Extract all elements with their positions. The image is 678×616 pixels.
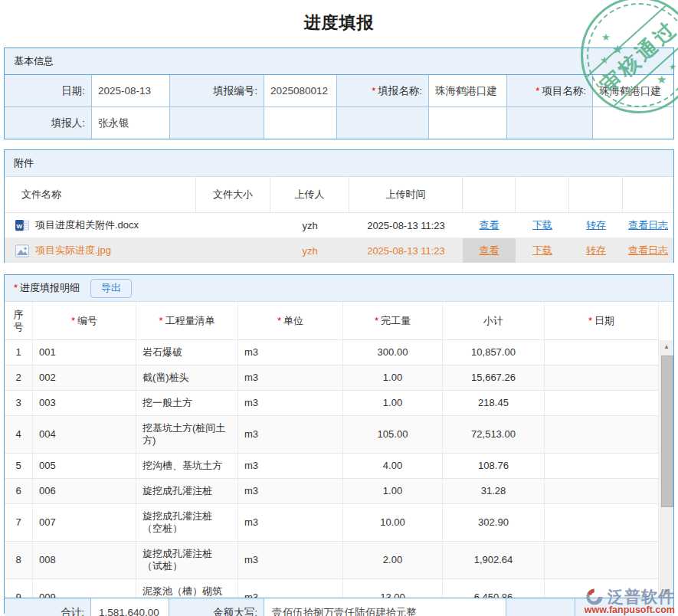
field-value: 珠海鹤港口建	[429, 75, 507, 107]
transfer-link[interactable]: 转存	[586, 218, 606, 232]
basic-info-section: 基本信息 日期:2025-08-13填报编号:2025080012*填报名称:珠…	[4, 48, 674, 139]
column-header-uploader: 上传人	[270, 177, 349, 213]
total-label: 合计:	[5, 598, 91, 616]
action-cell: 查看	[463, 238, 516, 263]
item-cell: 岩石爆破	[136, 340, 238, 365]
detail-row: 1001岩石爆破m3300.0010,857.00	[5, 340, 659, 365]
completed-cell: 4.00	[343, 454, 443, 479]
action-cell: 转存	[569, 213, 623, 238]
attachment-row[interactable]: 项目实际进度.jpgyzh2025-08-13 11:23查看下载转存查看日志	[5, 238, 673, 263]
subtotal-cell: 6,450.86	[443, 579, 545, 598]
seq-cell: 1	[5, 340, 33, 365]
unit-cell: m3	[238, 579, 343, 598]
detail-column-header: *单位	[238, 302, 343, 340]
completed-cell: 10.00	[343, 504, 443, 542]
seq-cell: 5	[5, 454, 33, 479]
basic-info-section-header: 基本信息	[5, 48, 673, 75]
seq-cell: 9	[5, 579, 33, 598]
subtotal-cell: 15,667.26	[443, 365, 545, 391]
date-cell	[545, 579, 659, 598]
code-cell: 002	[33, 365, 136, 391]
column-header-empty	[463, 177, 516, 213]
detail-column-header: *工程量清单	[136, 302, 238, 340]
field-value: 2025080012	[264, 75, 337, 107]
attachments-body: W项目进度相关附件.docxyzh2025-08-13 11:23查看下载转存查…	[5, 213, 673, 263]
attachment-row[interactable]: W项目进度相关附件.docxyzh2025-08-13 11:23查看下载转存查…	[5, 213, 673, 238]
completed-cell: 1.00	[343, 479, 443, 504]
detail-section-header: * 进度填报明细 导出	[5, 275, 673, 302]
required-asterisk: *	[71, 315, 75, 327]
uploader: yzh	[270, 213, 349, 238]
code-cell: 009	[33, 579, 136, 598]
action-cell: 下载	[516, 238, 569, 263]
column-header-empty	[569, 177, 623, 213]
action-cell: 查看日志	[623, 213, 673, 238]
subtotal-cell: 1,902.64	[443, 542, 545, 579]
date-cell	[545, 542, 659, 579]
column-header-file-name: 文件名称	[5, 177, 196, 213]
subtotal-cell: 302.90	[443, 504, 545, 542]
transfer-link[interactable]: 转存	[586, 244, 606, 257]
file-size	[196, 213, 270, 238]
scroll-up-button[interactable]: ▲	[660, 341, 673, 352]
upload-time: 2025-08-13 11:23	[349, 213, 463, 238]
required-asterisk: *	[375, 315, 378, 327]
detail-column-header: *完工量	[343, 302, 443, 340]
vertical-scrollbar[interactable]: ▲ ▼	[660, 340, 673, 598]
subtotal-cell: 108.76	[443, 454, 545, 479]
code-cell: 004	[33, 416, 136, 454]
detail-rows: 1001岩石爆破m3300.0010,857.002002截(凿)桩头m31.0…	[5, 340, 673, 598]
field-label	[337, 107, 429, 139]
upload-time: 2025-08-13 11:23	[349, 238, 463, 263]
seq-cell: 4	[5, 416, 33, 454]
view-link[interactable]: 查看	[480, 218, 499, 232]
date-cell	[545, 479, 659, 504]
completed-cell: 13.00	[343, 579, 443, 598]
footer-empty-cell	[506, 598, 575, 616]
field-label: 填报编号:	[170, 75, 264, 107]
seq-cell: 2	[5, 365, 33, 391]
view-log-link[interactable]: 查看日志	[628, 218, 668, 232]
date-cell	[545, 365, 659, 391]
amount-in-words-label: 金额大写:	[169, 598, 264, 616]
summary-footer: 合计: 1,581,640.00 金额大写: 壹佰伍拾捌万壹仟陆佰肆拾元整	[5, 598, 673, 616]
code-cell: 005	[33, 454, 136, 479]
item-cell: 挖一般土方	[136, 391, 238, 416]
attachments-section: 附件 文件名称 文件大小 上传人 上传时间 W项目进度相关附件.docxyzh2…	[4, 149, 674, 263]
view-link[interactable]: 查看	[480, 244, 499, 257]
field-value	[593, 107, 673, 139]
detail-row: 4004挖基坑土方(桩间土方)m3105.0072,513.00	[5, 416, 659, 454]
scroll-down-button[interactable]: ▼	[660, 585, 673, 597]
scroll-thumb[interactable]	[661, 356, 673, 507]
detail-section-title: 进度填报明细	[20, 275, 80, 301]
column-header-file-size: 文件大小	[196, 177, 270, 213]
field-label: *项目名称:	[507, 75, 593, 107]
detail-column-header: 序号	[5, 302, 33, 340]
file-name: 项目实际进度.jpg	[35, 244, 111, 257]
page-title: 进度填报	[0, 11, 678, 34]
detail-row: 8008旋挖成孔灌注桩（试桩）m32.001,902.64	[5, 542, 659, 579]
unit-cell: m3	[238, 454, 343, 479]
download-link[interactable]: 下载	[532, 218, 552, 232]
unit-cell: m3	[238, 542, 343, 579]
seq-cell: 6	[5, 479, 33, 504]
field-value: 2025-08-13	[92, 75, 170, 107]
file-name: 项目进度相关附件.docx	[35, 218, 139, 232]
date-cell	[545, 504, 659, 542]
detail-row: 9009泥浆池（槽）砌筑及m313.006,450.86	[5, 579, 659, 598]
download-link[interactable]: 下载	[532, 244, 552, 257]
view-log-link[interactable]: 查看日志	[628, 244, 668, 257]
unit-cell: m3	[238, 416, 343, 454]
file-name-cell: 项目实际进度.jpg	[5, 238, 196, 263]
field-label: 日期:	[5, 75, 92, 107]
required-asterisk: *	[159, 315, 162, 327]
detail-table-body: 1001岩石爆破m3300.0010,857.002002截(凿)桩头m31.0…	[5, 340, 673, 598]
item-cell: 挖沟槽、基坑土方	[136, 454, 238, 479]
action-cell: 查看日志	[623, 238, 673, 263]
image-file-icon	[15, 244, 29, 257]
detail-section: * 进度填报明细 导出 序号*编号*工程量清单*单位*完工量小计*日期 1001…	[4, 274, 674, 614]
field-label	[170, 107, 264, 139]
export-button[interactable]: 导出	[90, 279, 132, 298]
detail-column-header: *日期	[545, 302, 659, 340]
detail-row: 3003挖一般土方m31.00218.45	[5, 391, 659, 416]
